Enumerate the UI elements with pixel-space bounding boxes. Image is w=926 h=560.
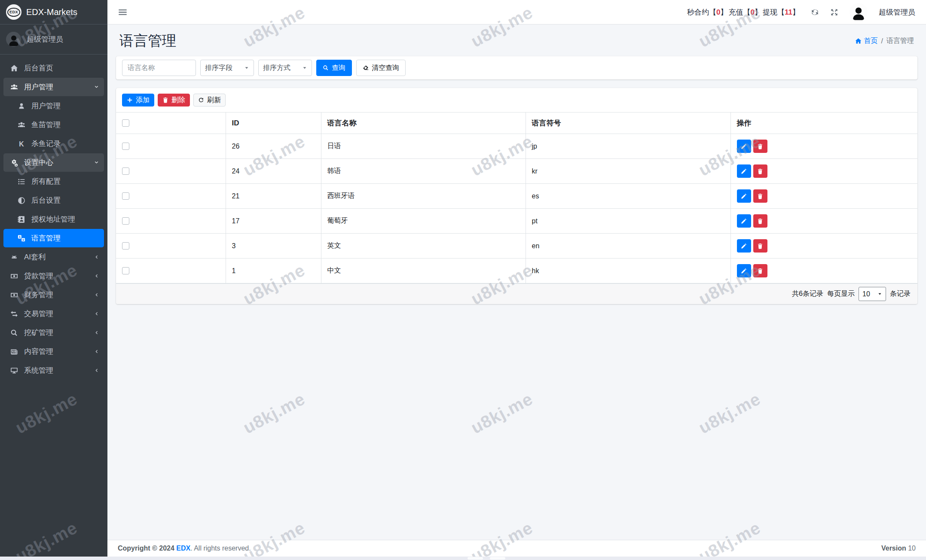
caret-down-icon — [877, 292, 882, 296]
language-name-input[interactable] — [122, 60, 196, 76]
table-row: 3英文en — [116, 234, 917, 259]
sort-field-select[interactable]: 排序字段 — [200, 60, 254, 76]
pencil-icon — [741, 168, 747, 174]
table-header-row: ID 语言名称 语言符号 操作 — [116, 113, 917, 134]
sort-order-select[interactable]: 排序方式 — [258, 60, 312, 76]
delete-row-button[interactable] — [753, 264, 767, 277]
sidebar-subitem-所有配置[interactable]: 所有配置 — [3, 172, 104, 191]
delete-row-button[interactable] — [753, 189, 767, 203]
sidebar-item-财务管理[interactable]: 财务管理 — [3, 286, 104, 304]
row-checkbox[interactable] — [122, 167, 129, 175]
users-icon — [8, 83, 21, 91]
cell-language-code: es — [526, 184, 730, 209]
row-checkbox[interactable] — [122, 192, 129, 200]
refresh-button[interactable]: 刷新 — [193, 94, 226, 107]
clear-search-button[interactable]: 清空查询 — [356, 60, 406, 76]
breadcrumb-separator: / — [881, 37, 883, 45]
row-checkbox[interactable] — [122, 217, 129, 225]
breadcrumb-home-link[interactable]: 首页 — [855, 37, 878, 46]
per-page-select[interactable]: 10 — [859, 287, 886, 301]
delete-row-button[interactable] — [753, 140, 767, 153]
fullscreen-icon[interactable] — [830, 8, 838, 16]
home-icon — [855, 38, 862, 44]
stat-提现: 提现【11】 — [763, 7, 800, 17]
row-checkbox[interactable] — [122, 267, 129, 274]
table-row: 24韩语kr — [116, 159, 917, 184]
sidebar-avatar — [6, 32, 21, 47]
caret-down-icon — [302, 65, 307, 70]
edit-row-button[interactable] — [737, 164, 751, 178]
money-icon — [8, 272, 21, 280]
sidebar-user-name: 超级管理员 — [27, 34, 63, 44]
add-button[interactable]: 添加 — [122, 94, 154, 107]
cell-language-code: pt — [526, 209, 730, 234]
delete-row-button[interactable] — [753, 239, 767, 253]
sidebar-item-用户管理[interactable]: 用户管理 — [3, 78, 104, 96]
delete-button[interactable]: 删除 — [158, 94, 190, 107]
cell-id: 3 — [226, 234, 321, 259]
hamburger-menu-icon[interactable] — [118, 8, 127, 17]
edit-row-button[interactable] — [737, 140, 751, 153]
sidebar-item-挖矿管理[interactable]: 挖矿管理 — [3, 323, 104, 342]
delete-row-button[interactable] — [753, 214, 767, 228]
cell-language-code: hk — [526, 259, 730, 283]
sidebar-subitem-用户管理[interactable]: 用户管理 — [3, 97, 104, 115]
cell-language-name: 日语 — [321, 134, 526, 159]
sidebar-subitem-label: 语言管理 — [31, 233, 61, 243]
cell-language-name: 西班牙语 — [321, 184, 526, 209]
caret-down-icon — [244, 65, 249, 70]
person-icon — [851, 6, 866, 21]
edit-row-button[interactable] — [737, 264, 751, 277]
topbar-avatar[interactable] — [850, 3, 868, 21]
sidebar-nav: 后台首页用户管理用户管理鱼苗管理K杀鱼记录设置中心所有配置后台设置授权地址管理A… — [0, 55, 107, 384]
sidebar-subitem-label: 用户管理 — [31, 101, 61, 111]
sidebar-item-label: 用户管理 — [24, 82, 53, 92]
edit-row-button[interactable] — [737, 239, 751, 253]
svg-text:A: A — [19, 235, 21, 238]
edit-row-button[interactable] — [737, 214, 751, 228]
sidebar-item-后台首页[interactable]: 后台首页 — [3, 59, 104, 77]
user-panel: 超级管理员 — [0, 24, 107, 55]
cell-language-code: kr — [526, 159, 730, 184]
column-header-id: ID — [226, 113, 321, 134]
trash-icon — [757, 143, 763, 149]
refresh-icon[interactable] — [811, 8, 819, 16]
table-row: 21西班牙语es — [116, 184, 917, 209]
search-button[interactable]: 查询 — [316, 60, 352, 76]
brand[interactable]: EDX EDX-Markets — [0, 0, 107, 24]
pagination-total: 共6条记录 — [792, 289, 823, 298]
footer-brand[interactable]: EDX — [176, 545, 190, 552]
row-checkbox[interactable] — [122, 242, 129, 250]
page-title: 语言管理 — [119, 31, 176, 51]
sidebar-item-内容管理[interactable]: 内容管理 — [3, 342, 104, 361]
money-icon — [8, 291, 21, 299]
android-icon — [8, 253, 21, 261]
language-table: ID 语言名称 语言符号 操作 26日语jp24韩语kr21西班牙语es17葡萄… — [116, 112, 917, 283]
sidebar-subitem-杀鱼记录[interactable]: K杀鱼记录 — [3, 134, 104, 153]
sidebar-item-贷款管理[interactable]: 贷款管理 — [3, 267, 104, 285]
sidebar-subitem-后台设置[interactable]: 后台设置 — [3, 191, 104, 210]
select-all-checkbox[interactable] — [122, 119, 129, 127]
cell-id: 17 — [226, 209, 321, 234]
sidebar-item-交易管理[interactable]: 交易管理 — [3, 304, 104, 323]
edx-logo-icon: EDX — [6, 4, 21, 20]
cell-id: 1 — [226, 259, 321, 283]
sidebar-item-label: AI套利 — [24, 252, 46, 262]
row-checkbox[interactable] — [122, 143, 129, 150]
sidebar-item-设置中心[interactable]: 设置中心 — [3, 153, 104, 172]
sidebar-item-系统管理[interactable]: 系统管理 — [3, 361, 104, 380]
edit-row-button[interactable] — [737, 189, 751, 203]
trash-icon — [757, 168, 763, 174]
cell-language-name: 中文 — [321, 259, 526, 283]
svg-text:K: K — [19, 140, 24, 147]
sidebar-item-AI套利[interactable]: AI套利 — [3, 248, 104, 266]
sidebar-subitem-授权地址管理[interactable]: 授权地址管理 — [3, 210, 104, 228]
sidebar-subitem-语言管理[interactable]: A文语言管理 — [3, 229, 104, 247]
chevron-left-icon — [93, 349, 100, 354]
cell-id: 24 — [226, 159, 321, 184]
version-text: Version 10 — [881, 545, 916, 552]
list-icon — [15, 178, 28, 186]
delete-row-button[interactable] — [753, 164, 767, 178]
sidebar-subitem-鱼苗管理[interactable]: 鱼苗管理 — [3, 116, 104, 134]
strip-pill — [490, 557, 505, 560]
